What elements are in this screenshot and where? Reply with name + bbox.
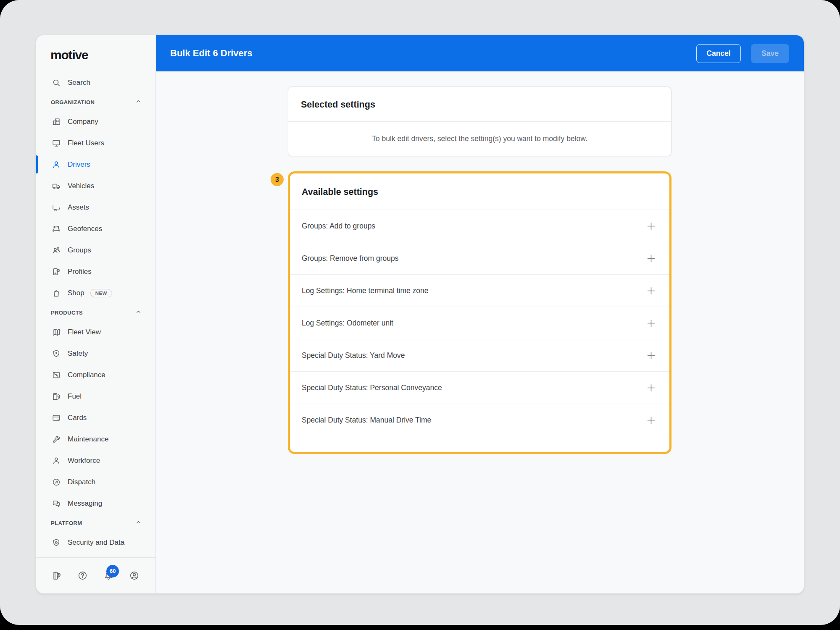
map-icon	[52, 328, 61, 337]
setting-label: Log Settings: Home terminal time zone	[302, 286, 429, 295]
app-window: motive Search ORGANIZATION	[36, 35, 804, 593]
sidebar-item-label: Company	[68, 118, 98, 126]
shield-lock-icon	[52, 538, 61, 547]
sidebar-item-assets[interactable]: Assets	[36, 197, 155, 218]
setting-row-personal-conveyance[interactable]: Special Duty Status: Personal Conveyance	[290, 371, 669, 404]
sidebar-item-dispatch[interactable]: Dispatch	[36, 471, 155, 493]
sidebar-item-label: Fleet View	[68, 328, 101, 336]
plus-icon[interactable]	[645, 285, 657, 297]
sidebar-item-label: Cards	[68, 414, 87, 422]
sidebar-item-label: Security and Data	[68, 538, 124, 547]
header-actions: Cancel Save	[696, 44, 789, 63]
monitor-icon	[52, 139, 61, 148]
sidebar-item-label: Compliance	[68, 371, 105, 379]
sidebar-item-drivers[interactable]: Drivers	[36, 154, 155, 175]
plus-icon[interactable]	[645, 382, 657, 394]
sidebar-item-safety[interactable]: Safety	[36, 343, 155, 364]
setting-row-groups-add[interactable]: Groups: Add to groups	[290, 210, 669, 242]
sidebar-item-label: Fleet Users	[68, 139, 104, 147]
desktop-background: motive Search ORGANIZATION	[0, 0, 840, 625]
sidebar-nav: Search ORGANIZATION Company	[36, 72, 155, 553]
sidebar-item-label: Maintenance	[68, 435, 108, 444]
sidebar-item-label: Assets	[68, 203, 89, 212]
sidebar-item-fleet-view[interactable]: Fleet View	[36, 321, 155, 343]
plus-icon[interactable]	[645, 415, 657, 426]
setting-row-manual-drive-time[interactable]: Special Duty Status: Manual Drive Time	[290, 404, 669, 436]
account-icon[interactable]	[129, 570, 140, 581]
credit-card-icon	[52, 413, 61, 423]
sidebar-item-compliance[interactable]: Compliance	[36, 364, 155, 386]
wrench-icon	[52, 435, 61, 444]
sidebar-item-vehicles[interactable]: Vehicles	[36, 175, 155, 197]
plus-icon[interactable]	[645, 350, 657, 361]
notification-bell-icon[interactable]: 60	[103, 570, 114, 581]
geofence-polygon-icon	[52, 224, 61, 234]
sidebar-item-label: Safety	[68, 349, 88, 358]
selected-settings-body: To bulk edit drivers, select the setting…	[288, 121, 671, 156]
selected-settings-header: Selected settings	[288, 87, 671, 121]
plus-icon[interactable]	[645, 253, 657, 264]
section-label: PRODUCTS	[51, 310, 83, 316]
sidebar-item-label: Profiles	[68, 268, 92, 276]
sidebar-item-label: Search	[68, 79, 90, 87]
sidebar-item-company[interactable]: Company	[36, 111, 155, 132]
sidebar-section-organization[interactable]: ORGANIZATION	[36, 93, 155, 111]
setting-row-odometer-unit[interactable]: Log Settings: Odometer unit	[290, 307, 669, 339]
sidebar-item-label: Dispatch	[68, 478, 95, 486]
chat-bubbles-icon	[52, 499, 61, 508]
sidebar-item-label: Groups	[68, 246, 91, 255]
setting-label: Special Duty Status: Personal Conveyance	[302, 383, 442, 392]
sidebar-item-fleet-users[interactable]: Fleet Users	[36, 132, 155, 154]
sidebar-footer: 60	[36, 557, 155, 593]
sidebar-item-profiles[interactable]: Profiles	[36, 261, 155, 282]
setting-label: Groups: Add to groups	[302, 222, 375, 231]
sidebar-item-groups[interactable]: Groups	[36, 239, 155, 261]
sidebar-section-platform[interactable]: PLATFORM	[36, 514, 155, 532]
plus-icon[interactable]	[645, 318, 657, 329]
sidebar-item-workforce[interactable]: Workforce	[36, 450, 155, 471]
plus-icon[interactable]	[645, 220, 657, 232]
section-label: PLATFORM	[51, 520, 82, 526]
people-group-icon	[52, 246, 61, 255]
setting-row-yard-move[interactable]: Special Duty Status: Yard Move	[290, 339, 669, 371]
available-settings-header: Available settings	[290, 173, 669, 210]
company-building-icon	[52, 117, 61, 126]
sidebar-item-geofences[interactable]: Geofences	[36, 218, 155, 239]
sidebar: motive Search ORGANIZATION	[36, 35, 156, 593]
shopping-bag-icon	[52, 289, 61, 298]
logbook-icon[interactable]	[51, 570, 62, 581]
help-icon[interactable]	[77, 570, 88, 581]
profile-settings-icon	[52, 267, 61, 276]
setting-row-groups-remove[interactable]: Groups: Remove from groups	[290, 242, 669, 274]
active-indicator	[36, 155, 38, 173]
sidebar-section-products[interactable]: PRODUCTS	[36, 304, 155, 321]
setting-row-home-terminal-time-zone[interactable]: Log Settings: Home terminal time zone	[290, 274, 669, 307]
dispatch-navigation-icon	[52, 478, 61, 487]
sidebar-item-security-and-data[interactable]: Security and Data	[36, 532, 155, 553]
sidebar-item-label: Messaging	[68, 499, 102, 508]
sidebar-item-fuel[interactable]: Fuel	[36, 386, 155, 407]
truck-icon	[52, 181, 61, 191]
sidebar-item-maintenance[interactable]: Maintenance	[36, 428, 155, 450]
search-icon	[52, 78, 61, 87]
sidebar-item-label: Geofences	[68, 225, 102, 233]
logo-row: motive	[36, 35, 155, 60]
available-settings-title: Available settings	[302, 187, 658, 197]
available-settings-card: Available settings Groups: Add to groups…	[288, 171, 671, 454]
sidebar-item-search[interactable]: Search	[36, 72, 155, 93]
sidebar-item-shop[interactable]: Shop NEW	[36, 282, 155, 304]
main-panel: Bulk Edit 6 Drivers Cancel Save Selected…	[156, 35, 804, 593]
sidebar-item-cards[interactable]: Cards	[36, 407, 155, 428]
new-badge: NEW	[90, 289, 112, 297]
cancel-button[interactable]: Cancel	[696, 44, 740, 63]
save-button[interactable]: Save	[751, 44, 789, 63]
bulk-edit-hint-text: To bulk edit drivers, select the setting…	[372, 134, 587, 143]
bulk-edit-header-bar: Bulk Edit 6 Drivers Cancel Save	[156, 35, 804, 71]
selected-settings-card: Selected settings To bulk edit drivers, …	[288, 87, 671, 156]
page-title: Bulk Edit 6 Drivers	[170, 48, 696, 59]
motive-logo: motive	[50, 48, 88, 62]
available-settings-wrap: 3 Available settings Groups: Add to grou…	[288, 171, 671, 454]
setting-label: Special Duty Status: Manual Drive Time	[302, 416, 431, 425]
compliance-chart-icon	[52, 370, 61, 380]
sidebar-item-messaging[interactable]: Messaging	[36, 493, 155, 514]
